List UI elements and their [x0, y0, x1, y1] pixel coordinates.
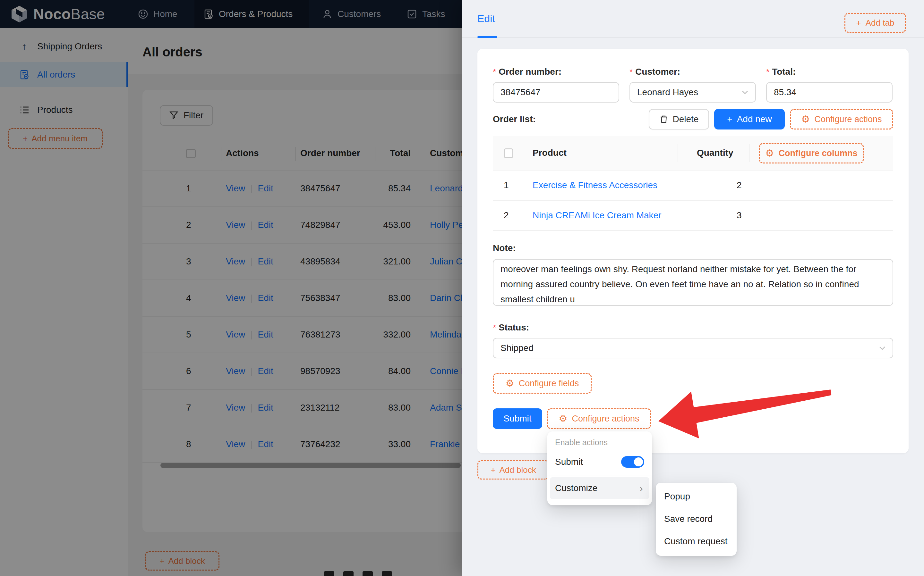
row-index: 2 [493, 210, 524, 221]
subtable-select-all-checkbox[interactable] [493, 148, 524, 158]
drawer-dim-overlay[interactable] [0, 0, 462, 576]
note-label: Note: [493, 243, 516, 253]
plus-icon: + [856, 18, 861, 28]
customer-select[interactable]: Leonard Hayes [629, 82, 756, 102]
chevron-down-icon [879, 346, 886, 350]
add-tab-button[interactable]: + Add tab [844, 13, 906, 33]
configure-fields-button[interactable]: ⚙ Configure fields [493, 373, 592, 394]
submit-toggle[interactable] [621, 456, 644, 468]
chevron-right-icon: › [639, 482, 643, 494]
chevron-down-icon [742, 90, 748, 94]
trash-icon [659, 115, 668, 124]
total-label: *Total: [766, 67, 796, 77]
quantity-cell: 3 [678, 210, 742, 221]
status-label: *Status: [493, 322, 529, 333]
menu-item-customize[interactable]: Customize › [550, 477, 650, 499]
column-header-quantity: Quantity [678, 148, 733, 158]
menu-divider [547, 475, 652, 475]
add-new-button[interactable]: + Add new [714, 109, 785, 130]
tab-active-underline [477, 36, 497, 38]
background-page: NocoBase Home Orders & Products [0, 0, 462, 576]
subtable-row: 2 Ninja CREAMi Ice Cream Maker 3 [493, 201, 893, 231]
gear-icon: ⚙ [801, 114, 810, 124]
product-cell: Exercise & Fitness Accessories [524, 180, 678, 190]
column-divider [678, 144, 678, 162]
tab-edit[interactable]: Edit [477, 13, 495, 25]
product-cell: Ninja CREAMi Ice Cream Maker [524, 210, 678, 221]
quantity-cell: 2 [678, 180, 742, 190]
submenu-item-popup[interactable]: Popup [656, 485, 736, 508]
status-select[interactable]: Shipped [493, 338, 893, 358]
total-input[interactable] [766, 82, 893, 102]
subtable-row: 1 Exercise & Fitness Accessories 2 [493, 171, 893, 201]
plus-icon: + [491, 465, 496, 475]
order-number-label: *Order number: [493, 67, 561, 77]
menu-group-label: Enable actions [547, 437, 652, 451]
order-list-label: Order list: [493, 114, 536, 124]
customize-submenu: Popup Save record Custom request [656, 483, 736, 556]
menu-item-submit[interactable]: Submit [547, 451, 652, 473]
order-list-subtable: Product Quantity ⚙ Configure columns 1 E… [493, 136, 893, 231]
product-link[interactable]: Exercise & Fitness Accessories [533, 180, 658, 190]
configure-actions-toolbar-button[interactable]: ⚙ Configure actions [790, 109, 893, 130]
order-number-input[interactable] [493, 82, 619, 102]
row-index: 1 [493, 180, 524, 190]
edit-form-card: *Order number: *Customer: *Total: Leonar… [477, 49, 909, 453]
subtable-header-row: Product Quantity ⚙ Configure columns [493, 136, 893, 171]
submit-button[interactable]: Submit [493, 408, 542, 429]
configure-columns-button[interactable]: ⚙ Configure columns [759, 143, 864, 163]
submenu-item-save-record[interactable]: Save record [656, 508, 736, 530]
app-root: NocoBase Home Orders & Products [0, 0, 924, 576]
drawer-tab-bar: Edit + Add tab [462, 0, 924, 38]
product-link[interactable]: Ninja CREAMi Ice Cream Maker [533, 210, 661, 220]
configure-actions-button[interactable]: ⚙ Configure actions [547, 408, 651, 429]
note-textarea[interactable]: moreover man feelings own shy. Request n… [493, 259, 893, 306]
gear-icon: ⚙ [505, 379, 514, 388]
drawer-add-block-button[interactable]: + Add block [477, 460, 549, 480]
gear-icon: ⚙ [765, 149, 774, 158]
submenu-item-custom-request[interactable]: Custom request [656, 530, 736, 553]
configure-actions-menu: Enable actions Submit Customize › [547, 432, 652, 505]
column-header-product: Product [524, 148, 678, 158]
column-divider [749, 144, 750, 162]
delete-button[interactable]: Delete [649, 109, 709, 130]
plus-icon: + [727, 114, 732, 124]
gear-icon: ⚙ [558, 414, 567, 423]
customer-label: *Customer: [629, 67, 680, 77]
